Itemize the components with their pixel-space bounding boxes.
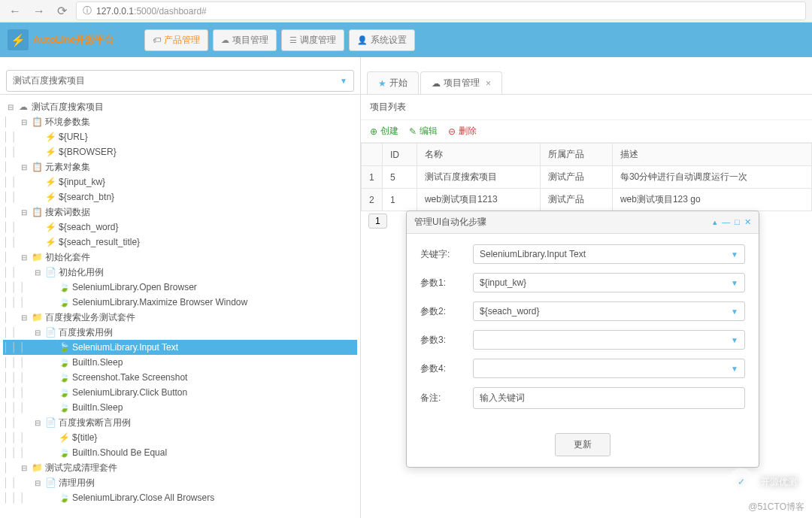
pager-page[interactable]: 1 [368, 214, 387, 229]
col-id[interactable]: ID [383, 144, 417, 166]
close-icon[interactable]: × [486, 78, 491, 89]
keyword-field[interactable]: SeleniumLibrary.Input Text▼ [473, 244, 745, 264]
tree-toggle[interactable]: ⊟ [33, 477, 42, 489]
tree-node[interactable]: │ ⊟📋环境参数集 [3, 114, 357, 129]
tree-node-label: 搜索词数据 [45, 205, 90, 219]
close-icon[interactable]: ✕ [744, 217, 751, 227]
tree-node[interactable]: │ ⊟📋元素对象集 [3, 159, 357, 174]
tree-node[interactable]: │ │ ⚡${search_btn} [3, 189, 357, 204]
param4-field[interactable]: ▼ [473, 359, 745, 378]
tree-node-label: ${BROWSER} [59, 145, 117, 159]
url-bar[interactable]: ⓘ 127.0.0.1:5000/dashboard# [76, 2, 806, 20]
tree-node-icon: 📁 [31, 250, 43, 264]
param3-field[interactable]: ▼ [473, 330, 745, 350]
tree-node[interactable]: ⊟☁测试百度搜索项目 [3, 99, 357, 114]
pencil-icon: ✎ [409, 126, 417, 137]
tree-node-label: ${seach_result_title} [59, 235, 140, 249]
tree-node[interactable]: │ │ │ 🍃SeleniumLibrary.Open Browser [3, 280, 357, 295]
tree-node[interactable]: │ ⊟📁初始化套件 [3, 250, 357, 265]
param2-field[interactable]: ${seach_word}▼ [473, 301, 745, 321]
tree-node[interactable]: │ │ ⚡${seach_word} [3, 220, 357, 235]
watermark: ✓ 开源优测 [728, 468, 797, 495]
tree-node[interactable]: │ ⊟📁测试完成清理套件 [3, 460, 357, 475]
tab-project[interactable]: ☁项目管理× [420, 71, 502, 94]
tab-start[interactable]: ★开始 [367, 71, 419, 94]
tree-node[interactable]: │ ⊟📁百度搜索业务测试套件 [3, 310, 357, 325]
cloud-icon: ☁ [432, 78, 441, 89]
tree-node[interactable]: │ │ ⚡${BROWSER} [3, 144, 357, 159]
tree-node-label: ${input_kw} [59, 175, 105, 189]
col-desc[interactable]: 描述 [612, 144, 811, 166]
remark-field[interactable]: 输入关键词 [473, 387, 745, 409]
col-product[interactable]: 所属产品 [540, 144, 612, 166]
tree-node[interactable]: │ │ │ 🍃SeleniumLibrary.Maximize Browser … [3, 295, 357, 310]
param1-field[interactable]: ${input_kw}▼ [473, 273, 745, 292]
table-row[interactable]: 15测试百度搜索项目测试产品每30分钟进行自动调度运行一次 [362, 166, 812, 189]
tree-toggle[interactable]: ⊟ [20, 462, 29, 474]
tree-node[interactable]: │ │ ⊟📄百度搜索用例 [3, 325, 357, 340]
tree-node[interactable]: │ │ ⊟📄清理用例 [3, 475, 357, 490]
tree-node[interactable]: │ │ │ 🍃BuiltIn.Sleep [3, 400, 357, 415]
tree-node[interactable]: │ │ ⚡${URL} [3, 129, 357, 144]
tree-node[interactable]: │ │ │ 🍃SeleniumLibrary.Click Button [3, 385, 357, 400]
tree-toggle[interactable]: ⊟ [33, 327, 42, 338]
tree-toggle[interactable]: ⊟ [20, 117, 29, 128]
tree-node-label: ${seach_word} [59, 220, 118, 234]
tree-node-label: 清理用例 [59, 476, 95, 489]
tree-toggle[interactable]: ⊟ [33, 267, 42, 278]
forward-button[interactable]: → [30, 5, 48, 18]
star-icon: ★ [378, 78, 386, 89]
tree-toggle[interactable]: ⊟ [6, 101, 15, 113]
tree-node-icon: 📋 [31, 115, 43, 129]
step-dialog: 管理UI自动化步骤 ▴ — □ ✕ 关键字:SeleniumLibrary.In… [406, 211, 759, 468]
collapse-icon[interactable]: ▴ [713, 217, 717, 227]
minimize-icon[interactable]: — [722, 217, 730, 227]
tree-node[interactable]: │ │ │ 🍃BuiltIn.Should Be Equal [3, 445, 357, 460]
tree-node-label: SeleniumLibrary.Open Browser [72, 280, 197, 294]
project-tree[interactable]: ⊟☁测试百度搜索项目 │ ⊟📋环境参数集 │ │ ⚡${URL} │ │ ⚡${… [0, 95, 360, 518]
tree-node[interactable]: │ │ │ 🍃Screenshot.Take Screenshot [3, 370, 357, 385]
tree-node[interactable]: │ │ ⊟📄初始化用例 [3, 265, 357, 280]
schedule-mgmt-button[interactable]: ☰调度管理 [281, 29, 344, 51]
tree-node-label: 百度搜索用例 [59, 326, 113, 339]
tree-toggle[interactable]: ⊟ [20, 312, 29, 323]
dialog-titlebar[interactable]: 管理UI自动化步骤 ▴ — □ ✕ [407, 211, 759, 234]
tree-node-icon: ⚡ [44, 130, 56, 144]
project-table: ID 名称 所属产品 描述 15测试百度搜索项目测试产品每30分钟进行自动调度运… [361, 143, 812, 211]
tree-node-label: SeleniumLibrary.Maximize Browser Window [72, 295, 247, 309]
tree-node[interactable]: │ │ ⚡${seach_result_title} [3, 235, 357, 250]
tree-node[interactable]: │ │ │ 🍃SeleniumLibrary.Close All Browser… [3, 490, 357, 505]
tree-toggle[interactable]: ⊟ [20, 252, 29, 263]
tree-node[interactable]: │ │ │ 🍃SeleniumLibrary.Input Text [3, 340, 357, 355]
tree-toggle[interactable]: ⊟ [33, 417, 42, 429]
tree-node-icon: 📄 [44, 476, 56, 489]
tree-toggle[interactable]: ⊟ [20, 162, 29, 173]
tree-node[interactable]: │ │ │ ⚡${title} [3, 430, 357, 445]
tree-toggle[interactable]: ⊟ [20, 207, 29, 218]
tree-node-label: 环境参数集 [45, 115, 90, 129]
project-selector[interactable]: 测试百度搜索项目 ▼ [6, 70, 354, 92]
maximize-icon[interactable]: □ [735, 217, 740, 227]
table-row[interactable]: 21web测试项目1213测试产品web测试项目123 go [362, 189, 812, 211]
tree-node-icon: ⚡ [44, 220, 56, 234]
reload-button[interactable]: ⟳ [54, 4, 70, 18]
delete-action[interactable]: ⊖删除 [448, 125, 477, 138]
tree-node[interactable]: │ │ │ 🍃BuiltIn.Sleep [3, 355, 357, 370]
tree-node[interactable]: │ │ ⊟📄百度搜索断言用例 [3, 415, 357, 430]
info-icon: ⓘ [83, 5, 92, 17]
browser-toolbar: ← → ⟳ ⓘ 127.0.0.1:5000/dashboard# [0, 0, 812, 23]
tree-node-label: 测试完成清理套件 [45, 461, 117, 474]
update-button[interactable]: 更新 [555, 433, 611, 456]
back-button[interactable]: ← [6, 5, 24, 18]
edit-action[interactable]: ✎编辑 [409, 125, 438, 138]
product-mgmt-button[interactable]: 🏷产品管理 [144, 29, 208, 51]
col-name[interactable]: 名称 [417, 144, 540, 166]
logo[interactable]: ⚡ AutoLine开源平台 [8, 29, 114, 50]
project-mgmt-button[interactable]: ☁项目管理 [213, 29, 277, 51]
tree-node[interactable]: │ │ ⚡${input_kw} [3, 174, 357, 189]
tree-node-icon: 🍃 [58, 341, 70, 354]
tab-bar: ★开始 ☁项目管理× [361, 68, 812, 95]
create-action[interactable]: ⊕创建 [370, 125, 398, 138]
settings-button[interactable]: 👤系统设置 [349, 29, 415, 51]
tree-node[interactable]: │ ⊟📋搜索词数据 [3, 204, 357, 220]
